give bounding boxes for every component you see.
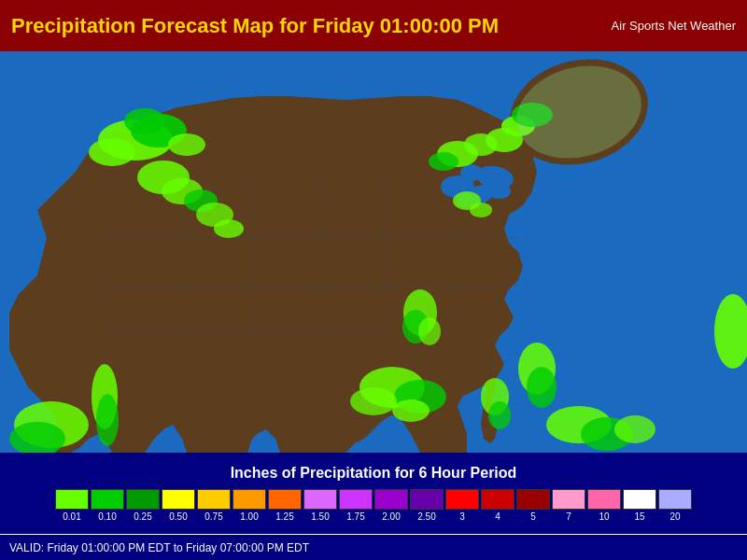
svg-point-46 xyxy=(488,401,511,429)
validity-text: VALID: Friday 01:00:00 PM EDT to Friday … xyxy=(9,541,309,554)
legend-swatch: 20 xyxy=(658,489,692,522)
legend-area: Inches of Precipitation for 6 Hour Perio… xyxy=(0,453,747,534)
swatch-label: 1.00 xyxy=(240,511,258,522)
swatch-color-box xyxy=(233,489,266,510)
svg-point-19 xyxy=(460,164,483,181)
legend-swatch: 2.50 xyxy=(410,489,444,522)
legend-swatch: 1.00 xyxy=(233,489,266,522)
legend-swatch: 1.50 xyxy=(303,489,337,522)
swatch-color-box xyxy=(55,489,89,510)
swatch-color-box xyxy=(162,489,195,510)
legend-swatch: 2.00 xyxy=(374,489,408,522)
swatch-color-box xyxy=(268,489,302,510)
swatch-color-box xyxy=(410,489,444,510)
swatch-label: 0.10 xyxy=(98,511,116,522)
legend-swatches: 0.010.100.250.500.751.001.251.501.752.00… xyxy=(54,489,693,522)
swatch-label: 5 xyxy=(530,511,536,522)
legend-swatch: 3 xyxy=(445,489,479,522)
svg-point-43 xyxy=(350,387,397,415)
swatch-color-box xyxy=(339,489,373,510)
svg-point-56 xyxy=(96,394,119,446)
swatch-color-box xyxy=(587,489,621,510)
legend-title: Inches of Precipitation for 6 Hour Perio… xyxy=(231,465,517,482)
legend-swatch: 7 xyxy=(552,489,585,522)
legend-swatch: 0.75 xyxy=(197,489,231,522)
svg-point-24 xyxy=(124,108,165,134)
swatch-label: 1.75 xyxy=(346,511,364,522)
legend-swatch: 4 xyxy=(481,489,514,522)
legend-swatch: 1.25 xyxy=(268,489,302,522)
map-area xyxy=(0,51,747,453)
swatch-color-box xyxy=(126,489,160,510)
svg-point-40 xyxy=(418,317,441,345)
app-container: Precipitation Forecast Map for Friday 01… xyxy=(0,0,747,560)
legend-swatch: 0.25 xyxy=(126,489,160,522)
svg-point-21 xyxy=(89,138,135,166)
swatch-label: 2.00 xyxy=(382,511,400,522)
swatch-label: 3 xyxy=(459,511,465,522)
swatch-color-box xyxy=(481,489,514,510)
swatch-color-box xyxy=(197,489,231,510)
swatch-label: 0.25 xyxy=(134,511,151,522)
swatch-label: 0.50 xyxy=(169,511,187,522)
swatch-label: 15 xyxy=(634,511,644,522)
swatch-label: 10 xyxy=(599,511,609,522)
swatch-label: 2.50 xyxy=(417,511,435,522)
legend-swatch: 0.01 xyxy=(55,489,89,522)
legend-swatch: 0.10 xyxy=(91,489,124,522)
legend-swatch: 5 xyxy=(516,489,550,522)
brand-label: Air Sports Net Weather xyxy=(612,19,736,33)
svg-point-52 xyxy=(614,415,655,443)
swatch-label: 1.50 xyxy=(311,511,329,522)
swatch-label: 0.01 xyxy=(63,511,80,522)
swatch-label: 4 xyxy=(495,511,500,522)
page-title: Precipitation Forecast Map for Friday 01… xyxy=(11,14,612,38)
swatch-color-box xyxy=(552,489,585,510)
legend-swatch: 15 xyxy=(623,489,656,522)
svg-point-32 xyxy=(429,152,458,171)
swatch-color-box xyxy=(623,489,656,510)
swatch-color-box xyxy=(516,489,550,510)
footer: VALID: Friday 01:00:00 PM EDT to Friday … xyxy=(0,534,747,560)
legend-swatch: 10 xyxy=(587,489,621,522)
legend-swatch: 1.75 xyxy=(339,489,373,522)
svg-point-23 xyxy=(168,133,205,156)
precipitation-map xyxy=(0,51,747,453)
swatch-color-box xyxy=(445,489,479,510)
swatch-color-box xyxy=(91,489,124,510)
svg-point-37 xyxy=(470,203,492,217)
svg-point-48 xyxy=(527,367,557,408)
swatch-label: 7 xyxy=(566,511,571,522)
swatch-label: 0.75 xyxy=(204,511,222,522)
swatch-color-box xyxy=(658,489,692,510)
swatch-label: 1.25 xyxy=(275,511,293,522)
svg-point-29 xyxy=(214,219,244,238)
svg-point-44 xyxy=(392,399,430,422)
swatch-label: 20 xyxy=(669,511,680,522)
legend-swatch: 0.50 xyxy=(162,489,195,522)
swatch-color-box xyxy=(303,489,337,510)
swatch-color-box xyxy=(374,489,408,510)
header: Precipitation Forecast Map for Friday 01… xyxy=(0,0,747,51)
